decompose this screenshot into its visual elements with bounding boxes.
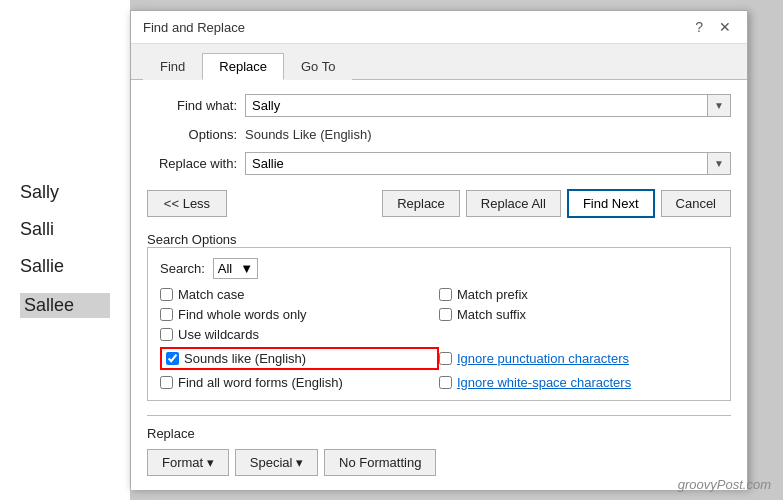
dialog-title: Find and Replace	[143, 20, 245, 35]
all-word-forms-label[interactable]: Find all word forms (English)	[178, 375, 343, 390]
match-case-item: Match case	[160, 287, 439, 302]
less-button[interactable]: << Less	[147, 190, 227, 217]
ignore-punct-link[interactable]: Ignore punctuation characters	[457, 351, 629, 366]
find-replace-dialog: Find and Replace ? ✕ Find Replace Go To …	[130, 10, 748, 488]
watermark: groovyPost.com	[678, 477, 771, 492]
ignore-punct-item: Ignore punctuation characters	[439, 347, 718, 370]
find-what-row: Find what: ▼	[147, 94, 731, 117]
find-what-input-wrap: ▼	[245, 94, 731, 117]
search-options-box: Search: All ▼ Match case	[147, 247, 731, 401]
all-word-forms-checkbox[interactable]	[160, 376, 173, 389]
format-button-label: Format ▾	[162, 455, 214, 470]
find-what-label: Find what:	[147, 98, 237, 113]
match-prefix-label[interactable]: Match prefix	[457, 287, 528, 302]
title-controls: ? ✕	[691, 19, 735, 35]
close-button[interactable]: ✕	[715, 19, 735, 35]
search-dropdown-arrow: ▼	[240, 261, 253, 276]
background-word-list: Sally Salli Sallie Sallee	[0, 0, 130, 500]
ignore-whitespace-checkbox[interactable]	[439, 376, 452, 389]
cancel-button[interactable]: Cancel	[661, 190, 731, 217]
word-sallee: Sallee	[20, 293, 110, 318]
match-suffix-label[interactable]: Match suffix	[457, 307, 526, 322]
bottom-replace-label: Replace	[147, 426, 731, 441]
ignore-whitespace-item: Ignore white-space characters	[439, 375, 718, 390]
match-suffix-checkbox[interactable]	[439, 308, 452, 321]
search-options-label: Search Options	[147, 232, 731, 247]
find-what-dropdown[interactable]: ▼	[707, 95, 730, 116]
no-formatting-button[interactable]: No Formatting	[324, 449, 436, 476]
replace-with-dropdown[interactable]: ▼	[707, 153, 730, 174]
whole-words-item: Find whole words only	[160, 307, 439, 322]
tab-find[interactable]: Find	[143, 53, 202, 80]
search-type-row: Search: All ▼	[160, 258, 718, 279]
word-sallie: Sallie	[20, 256, 110, 277]
options-label: Options:	[147, 127, 237, 142]
bottom-replace-section: Replace Format ▾ Special ▾ No Formatting	[147, 415, 731, 476]
match-prefix-item: Match prefix	[439, 287, 718, 302]
format-button[interactable]: Format ▾	[147, 449, 229, 476]
wildcards-item: Use wildcards	[160, 327, 439, 342]
whole-words-checkbox[interactable]	[160, 308, 173, 321]
replace-button[interactable]: Replace	[382, 190, 460, 217]
ignore-whitespace-link[interactable]: Ignore white-space characters	[457, 375, 631, 390]
replace-with-row: Replace with: ▼	[147, 152, 731, 175]
whole-words-label[interactable]: Find whole words only	[178, 307, 307, 322]
sounds-like-item: Sounds like (English)	[160, 347, 439, 370]
all-word-forms-item: Find all word forms (English)	[160, 375, 439, 390]
replace-with-label: Replace with:	[147, 156, 237, 171]
options-value: Sounds Like (English)	[245, 127, 371, 142]
match-suffix-item: Match suffix	[439, 307, 718, 322]
ignore-punct-checkbox[interactable]	[439, 352, 452, 365]
find-what-input[interactable]	[246, 95, 707, 116]
search-dropdown-value: All	[218, 261, 232, 276]
sounds-like-checkbox[interactable]	[166, 352, 179, 365]
tab-goto[interactable]: Go To	[284, 53, 352, 80]
replace-all-button[interactable]: Replace All	[466, 190, 561, 217]
replace-with-input[interactable]	[246, 153, 707, 174]
search-type-label: Search:	[160, 261, 205, 276]
wildcards-label[interactable]: Use wildcards	[178, 327, 259, 342]
search-options-section: Search Options Search: All ▼ Match case	[147, 228, 731, 401]
word-salli: Salli	[20, 219, 110, 240]
dialog-title-bar: Find and Replace ? ✕	[131, 11, 747, 44]
action-buttons-row: << Less Replace Replace All Find Next Ca…	[147, 189, 731, 218]
wildcards-checkbox[interactable]	[160, 328, 173, 341]
bottom-buttons-row: Format ▾ Special ▾ No Formatting	[147, 449, 731, 476]
match-case-label[interactable]: Match case	[178, 287, 244, 302]
special-button-label: Special ▾	[250, 455, 303, 470]
options-row: Options: Sounds Like (English)	[147, 127, 731, 142]
tab-replace[interactable]: Replace	[202, 53, 284, 80]
find-next-button[interactable]: Find Next	[567, 189, 655, 218]
match-case-checkbox[interactable]	[160, 288, 173, 301]
ignore-whitespace-label[interactable]: Ignore white-space characters	[457, 375, 631, 390]
sounds-like-label[interactable]: Sounds like (English)	[184, 351, 306, 366]
help-button[interactable]: ?	[691, 19, 707, 35]
special-button[interactable]: Special ▾	[235, 449, 318, 476]
dialog-content: Find what: ▼ Options: Sounds Like (Engli…	[131, 80, 747, 490]
checkboxes-grid: Match case Match prefix Find whole words…	[160, 287, 718, 390]
word-sally: Sally	[20, 182, 110, 203]
replace-with-input-wrap: ▼	[245, 152, 731, 175]
search-dropdown[interactable]: All ▼	[213, 258, 258, 279]
dialog-tabs: Find Replace Go To	[131, 44, 747, 80]
match-prefix-checkbox[interactable]	[439, 288, 452, 301]
ignore-punct-label[interactable]: Ignore punctuation characters	[457, 351, 629, 366]
